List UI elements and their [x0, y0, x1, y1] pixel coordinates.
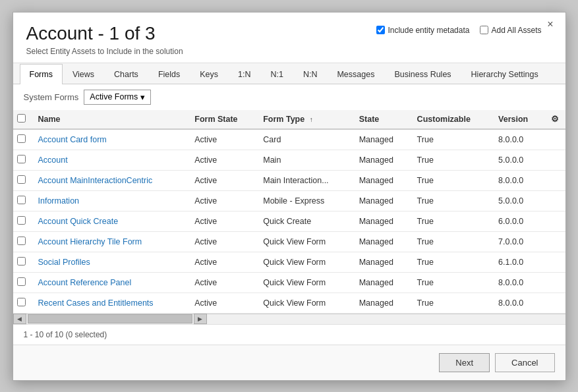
scroll-left-button[interactable]: ◀ [13, 314, 26, 324]
row-name-cell: Social Profiles [32, 252, 188, 272]
row-checkbox-cell[interactable] [13, 129, 32, 150]
dialog-footer: Next Cancel [13, 345, 565, 380]
row-checkbox-cell[interactable] [13, 170, 32, 190]
row-customizable-cell: True [411, 272, 492, 293]
row-version-cell: 5.0.0.0 [492, 150, 544, 170]
include-metadata-checkbox[interactable] [376, 26, 385, 34]
tab-keys[interactable]: Keys [190, 64, 228, 84]
check-all-checkbox[interactable] [17, 114, 26, 123]
row-state-cell: Managed [353, 211, 411, 231]
tab-views[interactable]: Views [63, 64, 104, 84]
row-settings-cell [544, 190, 565, 211]
table-wrapper[interactable]: Name Form State Form Type ↑ State [13, 110, 565, 314]
tabs-row: FormsViewsChartsFieldsKeys1:NN:1N:NMessa… [13, 63, 565, 84]
dialog-subtitle: Select Entity Assets to Include in the s… [26, 47, 552, 56]
row-name-link[interactable]: Account Hierarchy Tile Form [38, 237, 142, 246]
check-all-header[interactable] [13, 110, 32, 129]
table-row: Social Profiles Active Quick View Form M… [13, 252, 565, 272]
row-name-cell: Account Reference Panel [32, 272, 188, 293]
row-checkbox[interactable] [17, 134, 26, 143]
cancel-button[interactable]: Cancel [495, 353, 554, 372]
tab-messages[interactable]: Messages [327, 64, 384, 84]
row-checkbox-cell[interactable] [13, 252, 32, 272]
row-name-link[interactable]: Recent Cases and Entitlements [38, 298, 154, 308]
table-row: Account Hierarchy Tile Form Active Quick… [13, 231, 565, 252]
row-checkbox-cell[interactable] [13, 150, 32, 170]
row-form-type-cell: Quick View Form [256, 293, 352, 313]
table-row: Recent Cases and Entitlements Active Qui… [13, 293, 565, 313]
row-customizable-cell: True [411, 252, 492, 272]
state-column-header[interactable]: State [353, 110, 411, 129]
form-type-column-header[interactable]: Form Type ↑ [256, 110, 352, 129]
sort-arrow-icon: ↑ [310, 116, 313, 123]
state-column-label: State [359, 115, 380, 124]
version-column-header[interactable]: Version [492, 110, 544, 129]
row-state-cell: Managed [353, 293, 411, 313]
row-checkbox[interactable] [17, 216, 26, 225]
include-metadata-option[interactable]: Include entity metadata [376, 26, 469, 35]
row-state-cell: Managed [353, 170, 411, 190]
pagination-row: 1 - 10 of 10 (0 selected) [13, 324, 565, 345]
pagination-text: 1 - 10 of 10 (0 selected) [24, 330, 107, 339]
tab-charts[interactable]: Charts [104, 64, 148, 84]
next-button[interactable]: Next [439, 353, 490, 372]
tab-1n[interactable]: 1:N [228, 64, 260, 84]
horizontal-scroll-thumb[interactable] [28, 314, 192, 323]
header-options: Include entity metadata Add All Assets [376, 26, 541, 35]
add-all-assets-checkbox[interactable] [480, 26, 488, 34]
row-name-link[interactable]: Account Reference Panel [38, 278, 132, 287]
include-metadata-label: Include entity metadata [388, 26, 469, 35]
name-column-header[interactable]: Name [32, 110, 188, 129]
add-all-assets-option[interactable]: Add All Assets [480, 26, 541, 35]
row-settings-cell [544, 170, 565, 190]
form-state-column-label: Form State [194, 115, 237, 124]
row-form-type-cell: Main Interaction... [256, 170, 352, 190]
row-state-cell: Managed [353, 129, 411, 150]
row-checkbox-cell[interactable] [13, 231, 32, 252]
row-checkbox[interactable] [17, 257, 26, 266]
row-settings-cell [544, 293, 565, 313]
row-checkbox-cell[interactable] [13, 272, 32, 293]
tab-hierarchy-settings[interactable]: Hierarchy Settings [461, 64, 548, 84]
row-name-link[interactable]: Information [38, 196, 80, 206]
row-checkbox-cell[interactable] [13, 190, 32, 211]
row-name-link[interactable]: Account [38, 155, 68, 165]
row-checkbox[interactable] [17, 298, 26, 306]
row-checkbox[interactable] [17, 237, 26, 245]
row-version-cell: 6.0.0.0 [492, 211, 544, 231]
row-checkbox-cell[interactable] [13, 211, 32, 231]
settings-column-header[interactable]: ⚙ [544, 110, 565, 129]
row-name-cell: Account Quick Create [32, 211, 188, 231]
version-column-label: Version [498, 115, 528, 124]
row-name-link[interactable]: Account Card form [38, 135, 107, 144]
customizable-column-label: Customizable [417, 115, 471, 124]
row-state-cell: Managed [353, 231, 411, 252]
row-name-link[interactable]: Account MainInteractionCentric [38, 176, 153, 185]
row-state-cell: Managed [353, 272, 411, 293]
row-checkbox[interactable] [17, 196, 26, 204]
scroll-right-button[interactable]: ▶ [194, 314, 207, 324]
row-settings-cell [544, 231, 565, 252]
tab-n1[interactable]: N:1 [260, 64, 293, 84]
row-checkbox[interactable] [17, 277, 26, 286]
row-customizable-cell: True [411, 129, 492, 150]
tab-forms[interactable]: Forms [20, 64, 63, 84]
form-state-column-header[interactable]: Form State [188, 110, 256, 129]
row-checkbox[interactable] [17, 175, 26, 184]
active-forms-filter-button[interactable]: Active Forms ▾ [84, 90, 151, 105]
row-form-type-cell: Quick Create [256, 211, 352, 231]
row-form-type-cell: Main [256, 150, 352, 170]
row-name-link[interactable]: Account Quick Create [38, 217, 119, 226]
row-checkbox[interactable] [17, 155, 26, 163]
tab-nn[interactable]: N:N [293, 64, 328, 84]
row-version-cell: 8.0.0.0 [492, 272, 544, 293]
tab-business-rules[interactable]: Business Rules [384, 64, 461, 84]
row-name-link[interactable]: Social Profiles [38, 258, 90, 267]
row-name-cell: Recent Cases and Entitlements [32, 293, 188, 313]
tab-fields[interactable]: Fields [148, 64, 190, 84]
customizable-column-header[interactable]: Customizable [411, 110, 492, 129]
close-button[interactable]: × [543, 18, 557, 31]
horizontal-scrollbar[interactable]: ◀ ▶ [13, 314, 565, 324]
table-row: Account Reference Panel Active Quick Vie… [13, 272, 565, 293]
row-checkbox-cell[interactable] [13, 293, 32, 313]
